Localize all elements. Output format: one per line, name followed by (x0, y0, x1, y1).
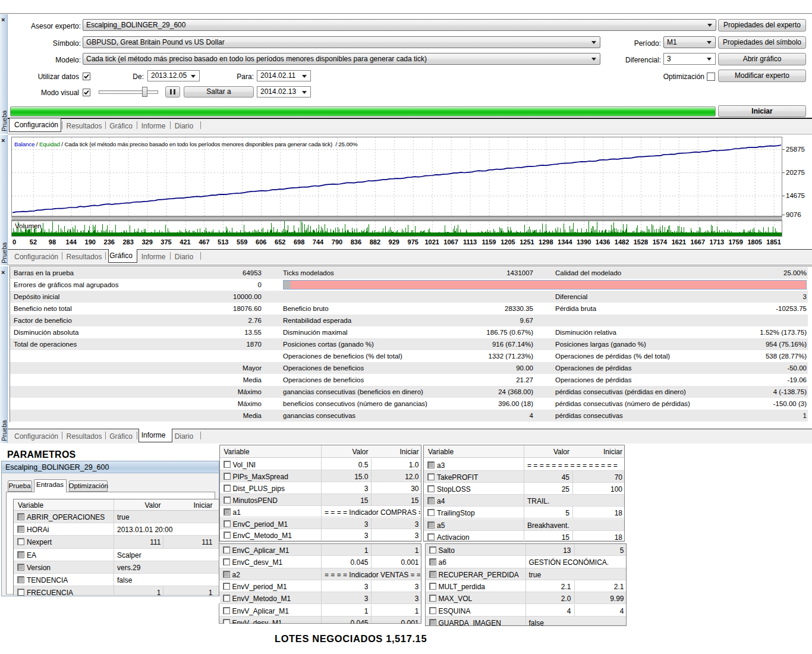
svg-text:929: 929 (389, 238, 399, 246)
svg-text:698: 698 (294, 238, 304, 246)
svg-text:1436: 1436 (596, 238, 610, 246)
svg-text:1805: 1805 (747, 238, 761, 246)
svg-text:606: 606 (256, 238, 266, 246)
svg-text:513: 513 (218, 238, 228, 246)
svg-text:1067: 1067 (443, 238, 458, 246)
svg-text:98: 98 (49, 238, 56, 246)
svg-text:1574: 1574 (653, 238, 668, 246)
svg-text:1528: 1528 (634, 238, 648, 246)
svg-text:1251: 1251 (520, 238, 534, 246)
svg-text:467: 467 (199, 238, 209, 246)
svg-text:375: 375 (160, 238, 171, 246)
svg-text:1390: 1390 (577, 238, 591, 246)
svg-text:1344: 1344 (558, 238, 572, 246)
svg-text:329: 329 (141, 238, 152, 246)
svg-text:1159: 1159 (482, 238, 496, 246)
svg-text:144: 144 (66, 238, 77, 246)
svg-text:1713: 1713 (710, 238, 724, 246)
svg-text:1021: 1021 (424, 238, 439, 246)
svg-text:1298: 1298 (539, 238, 553, 246)
svg-text:1667: 1667 (691, 238, 705, 246)
svg-text:52: 52 (30, 238, 37, 246)
svg-text:0: 0 (12, 238, 16, 246)
svg-text:1205: 1205 (501, 238, 515, 246)
svg-text:190: 190 (85, 238, 96, 246)
svg-text:1113: 1113 (463, 238, 477, 246)
svg-text:1759: 1759 (728, 238, 742, 246)
svg-text:1851: 1851 (766, 238, 780, 246)
svg-text:975: 975 (408, 238, 418, 246)
svg-text:836: 836 (351, 238, 361, 246)
svg-text:652: 652 (275, 238, 285, 246)
svg-text:421: 421 (180, 238, 190, 246)
svg-text:1621: 1621 (672, 238, 686, 246)
svg-text:1482: 1482 (615, 238, 629, 246)
svg-text:559: 559 (237, 238, 247, 246)
svg-text:744: 744 (313, 238, 324, 246)
svg-text:882: 882 (370, 238, 380, 246)
svg-text:790: 790 (332, 238, 342, 246)
svg-text:236: 236 (104, 238, 115, 246)
svg-text:283: 283 (122, 238, 133, 246)
